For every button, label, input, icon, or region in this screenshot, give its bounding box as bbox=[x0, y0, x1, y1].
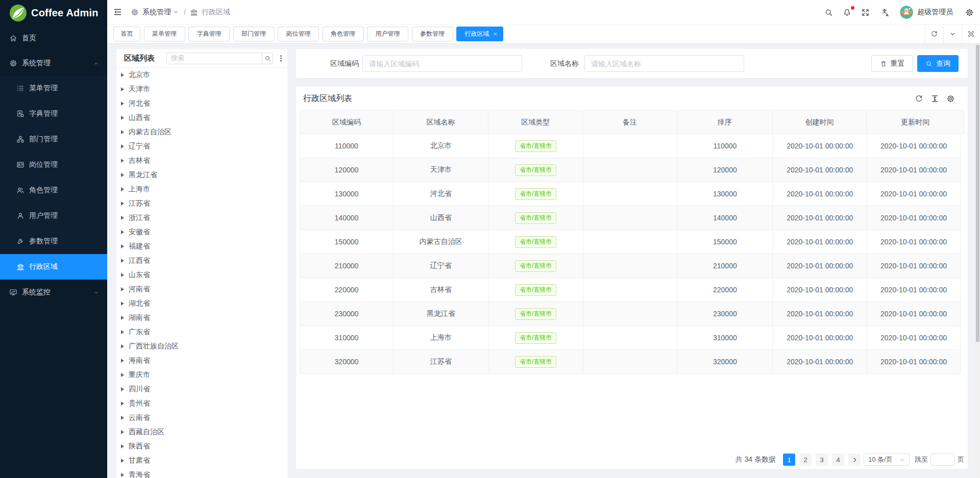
sidebar-item-2[interactable]: 系统监控 bbox=[0, 280, 107, 305]
query-button[interactable]: 查询 bbox=[917, 55, 959, 72]
sidebar-subitem-2[interactable]: 部门管理 bbox=[0, 127, 107, 152]
tree-item-2[interactable]: 河北省 bbox=[116, 96, 287, 111]
caret-right-icon[interactable] bbox=[121, 102, 124, 106]
app-logo[interactable]: Coffee Admin bbox=[0, 0, 107, 26]
jump-page-input[interactable] bbox=[930, 454, 954, 466]
sidebar-item-0[interactable]: 首页 bbox=[0, 26, 107, 51]
tab-7[interactable]: 参数管理 bbox=[412, 27, 453, 41]
table-row-4[interactable]: 150000内蒙古自治区省市/直辖市1500002020-10-01 00:00… bbox=[300, 230, 961, 254]
sidebar-subitem-0[interactable]: 菜单管理 bbox=[0, 76, 107, 101]
scrollbar-thumb[interactable] bbox=[976, 45, 979, 342]
refresh-icon[interactable] bbox=[915, 94, 923, 103]
tree-item-24[interactable]: 云南省 bbox=[116, 411, 287, 425]
caret-right-icon[interactable] bbox=[121, 216, 124, 220]
more-options-icon[interactable] bbox=[277, 55, 285, 62]
tree-item-17[interactable]: 湖南省 bbox=[116, 311, 287, 325]
sidebar-item-1[interactable]: 系统管理 bbox=[0, 51, 107, 76]
tab-0[interactable]: 首页 bbox=[113, 27, 140, 41]
tree-item-4[interactable]: 内蒙古自治区 bbox=[116, 125, 287, 139]
chevron-down-icon[interactable] bbox=[943, 24, 962, 43]
region-code-input[interactable] bbox=[362, 55, 522, 72]
sidebar-subitem-6[interactable]: 参数管理 bbox=[0, 229, 107, 254]
menu-fold-icon[interactable] bbox=[113, 8, 122, 16]
table-row-0[interactable]: 110000北京市省市/直辖市1100002020-10-01 00:00:00… bbox=[300, 134, 961, 158]
reset-button[interactable]: 重置 bbox=[871, 55, 913, 72]
table-row-6[interactable]: 220000吉林省省市/直辖市2200002020-10-01 00:00:00… bbox=[300, 278, 961, 302]
tree-item-19[interactable]: 广西壮族自治区 bbox=[116, 339, 287, 354]
tree-item-1[interactable]: 天津市 bbox=[116, 82, 287, 96]
table-row-3[interactable]: 140000山西省省市/直辖市1400002020-10-01 00:00:00… bbox=[300, 206, 961, 230]
tree-item-14[interactable]: 山东省 bbox=[116, 268, 287, 282]
caret-right-icon[interactable] bbox=[121, 387, 124, 391]
page-button-4[interactable]: 4 bbox=[832, 454, 844, 466]
table-row-9[interactable]: 320000江苏省省市/直辖市3200002020-10-01 00:00:00… bbox=[300, 350, 961, 374]
tree-item-26[interactable]: 陕西省 bbox=[116, 439, 287, 454]
region-name-input[interactable] bbox=[584, 55, 744, 72]
sidebar-subitem-5[interactable]: 用户管理 bbox=[0, 203, 107, 229]
tab-5[interactable]: 角色管理 bbox=[323, 27, 364, 41]
caret-right-icon[interactable] bbox=[121, 159, 124, 163]
tree-item-18[interactable]: 广东省 bbox=[116, 325, 287, 339]
translate-icon[interactable]: 文A bbox=[881, 8, 890, 17]
next-page-button[interactable] bbox=[848, 454, 861, 466]
scrollbar-track[interactable] bbox=[975, 44, 980, 478]
tree-item-7[interactable]: 黑龙江省 bbox=[116, 168, 287, 182]
fullscreen-icon[interactable] bbox=[861, 8, 870, 17]
caret-right-icon[interactable] bbox=[121, 401, 124, 406]
tree-item-11[interactable]: 安徽省 bbox=[116, 225, 287, 239]
search-icon[interactable] bbox=[824, 8, 833, 17]
tree-item-15[interactable]: 河南省 bbox=[116, 282, 287, 296]
caret-right-icon[interactable] bbox=[121, 116, 124, 120]
caret-right-icon[interactable] bbox=[121, 230, 124, 234]
table-row-2[interactable]: 130000河北省省市/直辖市1300002020-10-01 00:00:00… bbox=[300, 182, 961, 206]
page-button-2[interactable]: 2 bbox=[799, 454, 812, 466]
caret-right-icon[interactable] bbox=[121, 459, 124, 463]
caret-right-icon[interactable] bbox=[121, 359, 124, 363]
tree-item-16[interactable]: 湖北省 bbox=[116, 296, 287, 311]
refresh-icon[interactable] bbox=[925, 24, 943, 43]
row-height-icon[interactable] bbox=[930, 94, 939, 103]
caret-right-icon[interactable] bbox=[121, 130, 124, 134]
tree-item-27[interactable]: 甘肃省 bbox=[116, 454, 287, 468]
sidebar-subitem-1[interactable]: 字典管理 bbox=[0, 101, 107, 127]
tree-item-8[interactable]: 上海市 bbox=[116, 182, 287, 196]
tree-item-28[interactable]: 青海省 bbox=[116, 468, 287, 478]
caret-right-icon[interactable] bbox=[121, 202, 124, 206]
tab-4[interactable]: 岗位管理 bbox=[278, 27, 319, 41]
table-row-8[interactable]: 310000上海市省市/直辖市3100002020-10-01 00:00:00… bbox=[300, 326, 961, 350]
tree-item-13[interactable]: 江西省 bbox=[116, 254, 287, 268]
tab-1[interactable]: 菜单管理 bbox=[144, 27, 185, 41]
page-size-select[interactable]: 10 条/页 bbox=[864, 454, 910, 466]
caret-right-icon[interactable] bbox=[121, 473, 124, 477]
caret-right-icon[interactable] bbox=[121, 416, 124, 420]
tree-item-12[interactable]: 福建省 bbox=[116, 239, 287, 254]
tree-item-22[interactable]: 四川省 bbox=[116, 382, 287, 396]
tree-item-5[interactable]: 辽宁省 bbox=[116, 139, 287, 154]
caret-right-icon[interactable] bbox=[121, 244, 124, 248]
caret-right-icon[interactable] bbox=[121, 187, 124, 191]
tree-item-0[interactable]: 北京市 bbox=[116, 68, 287, 82]
caret-right-icon[interactable] bbox=[121, 259, 124, 263]
caret-right-icon[interactable] bbox=[121, 273, 124, 277]
caret-right-icon[interactable] bbox=[121, 287, 124, 291]
caret-right-icon[interactable] bbox=[121, 373, 124, 377]
tab-2[interactable]: 字典管理 bbox=[188, 27, 230, 41]
sidebar-subitem-7[interactable]: 行政区域 bbox=[0, 254, 107, 280]
tab-3[interactable]: 部门管理 bbox=[233, 27, 275, 41]
user-name[interactable]: 超级管理员 bbox=[917, 8, 953, 17]
breadcrumb-section[interactable]: 系统管理 bbox=[142, 8, 171, 17]
region-tree-search-input[interactable] bbox=[166, 53, 262, 64]
tree-item-6[interactable]: 吉林省 bbox=[116, 154, 287, 168]
caret-right-icon[interactable] bbox=[121, 444, 124, 448]
close-icon[interactable] bbox=[493, 32, 498, 36]
caret-right-icon[interactable] bbox=[121, 144, 124, 148]
tree-item-21[interactable]: 重庆市 bbox=[116, 368, 287, 382]
caret-right-icon[interactable] bbox=[121, 430, 124, 434]
caret-right-icon[interactable] bbox=[121, 73, 124, 77]
tree-item-10[interactable]: 浙江省 bbox=[116, 211, 287, 225]
tree-item-23[interactable]: 贵州省 bbox=[116, 396, 287, 411]
table-row-5[interactable]: 210000辽宁省省市/直辖市2100002020-10-01 00:00:00… bbox=[300, 254, 961, 278]
bell-icon[interactable] bbox=[843, 8, 851, 17]
caret-right-icon[interactable] bbox=[121, 301, 124, 306]
avatar[interactable] bbox=[900, 6, 913, 19]
